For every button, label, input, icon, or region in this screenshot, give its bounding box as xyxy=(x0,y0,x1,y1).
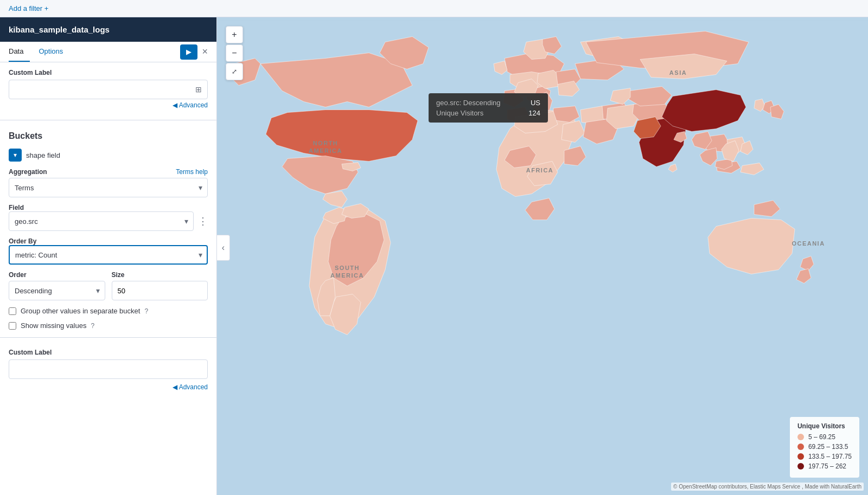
aggregation-section: Aggregation Terms help Terms Significant… xyxy=(0,165,216,201)
divider-2 xyxy=(0,337,216,338)
order-by-select-wrapper: metric: Count Alphabetical xyxy=(9,245,208,265)
aggregation-select-wrapper: Terms Significant Terms Filters xyxy=(9,178,208,197)
map-attribution: © OpenStreetMap contributors, Elastic Ma… xyxy=(671,483,864,491)
legend-dot-0 xyxy=(797,434,804,440)
custom-label-input-wrapper-top: ⊞ xyxy=(9,80,208,99)
divider-1 xyxy=(0,120,216,120)
order-label: Order xyxy=(9,271,105,279)
collapse-button[interactable]: ▾ xyxy=(9,149,22,162)
panel-actions: ▶ × xyxy=(180,44,208,60)
collapse-arrow-icon: ‹ xyxy=(222,243,225,253)
run-button[interactable]: ▶ xyxy=(180,44,197,60)
shape-field-row: ▾ shape field xyxy=(0,145,216,165)
aggregation-select[interactable]: Terms Significant Terms Filters xyxy=(9,178,208,197)
group-other-checkbox[interactable] xyxy=(9,307,16,315)
world-map-svg: NORTH AMERICA SOUTH AMERICA AFRICA ASIA … xyxy=(217,17,868,495)
order-by-select[interactable]: metric: Count Alphabetical xyxy=(9,245,208,265)
zoom-out-button[interactable]: − xyxy=(226,44,243,62)
advanced-link-top[interactable]: ◀ Advanced xyxy=(9,99,208,111)
group-other-help-icon[interactable]: ? xyxy=(144,307,148,315)
main-content: kibana_sample_data_logs Data Options ▶ ×… xyxy=(0,17,868,495)
group-other-row: Group other values in separate bucket ? xyxy=(0,304,216,318)
custom-label-bottom-label: Custom Label xyxy=(9,349,208,356)
order-col: Order Descending Ascending xyxy=(9,271,105,300)
legend-title: Unique Visitors xyxy=(797,422,852,430)
legend-dot-1 xyxy=(797,443,804,450)
legend-label-2: 133.5 – 197.75 xyxy=(808,453,852,460)
legend-label-1: 69.25 – 133.5 xyxy=(808,443,848,451)
custom-label-section-bottom: Custom Label ◀ Advanced xyxy=(0,342,216,396)
aggregation-label: Aggregation xyxy=(9,168,47,176)
buckets-title: Buckets xyxy=(0,123,216,145)
legend-label-0: 5 – 69.25 xyxy=(808,433,835,441)
more-options-icon[interactable]: ⋮ xyxy=(198,215,208,227)
custom-label-top-label: Custom Label xyxy=(9,69,208,76)
custom-label-section-top: Custom Label ⊞ ◀ Advanced xyxy=(0,62,216,118)
shape-field-label: shape field xyxy=(26,151,60,159)
order-by-label: Order By xyxy=(9,237,208,245)
map-container: NORTH AMERICA SOUTH AMERICA AFRICA ASIA … xyxy=(217,17,868,495)
show-missing-checkbox[interactable] xyxy=(9,322,16,330)
terms-help-link[interactable]: Terms help xyxy=(176,168,208,176)
panel-tabs: Data Options ▶ × xyxy=(0,42,216,62)
advanced-link-bottom[interactable]: ◀ Advanced xyxy=(9,381,208,393)
tab-data[interactable]: Data xyxy=(9,42,30,62)
left-panel: kibana_sample_data_logs Data Options ▶ ×… xyxy=(0,17,217,495)
legend-label-3: 197.75 – 262 xyxy=(808,462,846,470)
input-icon-top: ⊞ xyxy=(195,85,202,94)
order-select[interactable]: Descending Ascending xyxy=(9,281,105,300)
show-missing-row: Show missing values ? xyxy=(0,318,216,333)
legend-item-1: 69.25 – 133.5 xyxy=(797,443,852,451)
field-section: Field geo.src ⋮ xyxy=(0,201,216,234)
custom-label-input-top[interactable] xyxy=(15,86,195,94)
order-size-row: Order Descending Ascending Size xyxy=(0,268,216,304)
field-select-row: geo.src ⋮ xyxy=(9,211,208,231)
run-icon: ▶ xyxy=(186,48,192,56)
size-col: Size xyxy=(112,271,208,300)
size-input[interactable] xyxy=(112,281,208,300)
show-missing-label: Show missing values xyxy=(21,322,86,330)
panel-collapse-arrow[interactable]: ‹ xyxy=(217,235,230,261)
map-controls: + − ⤢ xyxy=(226,26,243,80)
custom-label-input-bottom[interactable] xyxy=(9,359,208,379)
field-select-wrapper: geo.src xyxy=(9,211,194,231)
close-button[interactable]: × xyxy=(202,46,208,57)
field-select[interactable]: geo.src xyxy=(9,211,194,231)
group-other-label: Group other values in separate bucket xyxy=(21,307,140,315)
order-by-section: Order By metric: Count Alphabetical xyxy=(0,234,216,268)
add-filter-link[interactable]: Add a filter + xyxy=(9,4,48,12)
zoom-in-button[interactable]: + xyxy=(226,26,243,43)
size-label: Size xyxy=(112,271,208,279)
map-legend: Unique Visitors 5 – 69.25 69.25 – 133.5 … xyxy=(790,417,859,478)
tab-options[interactable]: Options xyxy=(39,42,69,62)
legend-dot-2 xyxy=(797,453,804,460)
legend-dot-3 xyxy=(797,463,804,470)
legend-item-2: 133.5 – 197.75 xyxy=(797,453,852,460)
order-select-wrapper: Descending Ascending xyxy=(9,281,105,300)
fit-bounds-button[interactable]: ⤢ xyxy=(226,63,243,80)
legend-item-3: 197.75 – 262 xyxy=(797,462,852,470)
show-missing-help-icon[interactable]: ? xyxy=(91,322,94,330)
legend-item-0: 5 – 69.25 xyxy=(797,433,852,441)
collapse-icon: ▾ xyxy=(14,151,17,159)
top-bar: Add a filter + xyxy=(0,0,868,17)
panel-title: kibana_sample_data_logs xyxy=(0,17,216,42)
aggregation-header: Aggregation Terms help xyxy=(9,168,208,176)
field-label: Field xyxy=(9,204,208,211)
